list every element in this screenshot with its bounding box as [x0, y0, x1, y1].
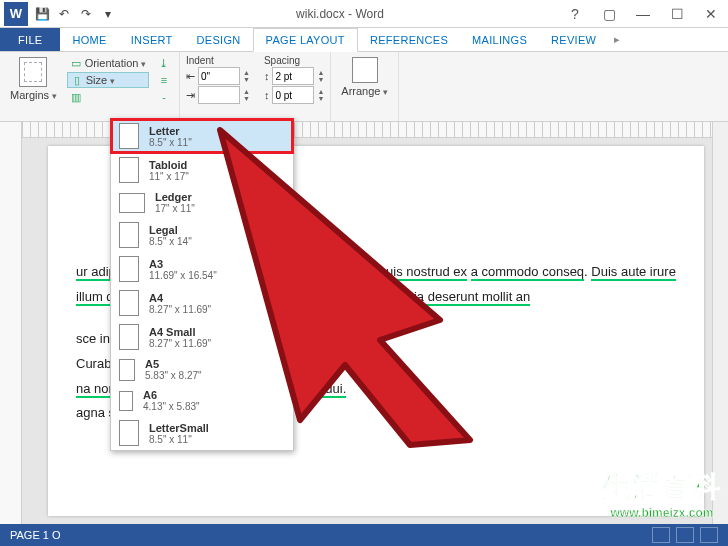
quick-access-toolbar: W 💾 ↶ ↷ ▾ [0, 2, 122, 26]
word-logo-icon: W [4, 2, 28, 26]
spacing-after-icon: ↕ [264, 89, 270, 101]
titlebar: W 💾 ↶ ↷ ▾ wiki.docx - Word ? ▢ — ☐ ✕ [0, 0, 728, 28]
size-name: Ledger [155, 191, 195, 203]
indent-right-icon: ⇥ [186, 89, 195, 102]
page-size-icon [119, 290, 139, 316]
hyphenation-icon: - [158, 91, 170, 103]
watermark-url: www.bimeizx.com [602, 506, 722, 520]
arrange-icon [352, 57, 378, 83]
spinner-icon[interactable]: ▲▼ [317, 69, 324, 83]
tab-home[interactable]: HOME [60, 28, 118, 51]
view-web-layout-icon[interactable] [700, 527, 718, 543]
size-option-a4[interactable]: A48.27" x 11.69" [111, 286, 293, 320]
size-button[interactable]: ▯Size [67, 72, 149, 88]
orientation-icon: ▭ [70, 57, 82, 69]
page-size-icon [119, 391, 133, 411]
watermark: 生活百科 www.bimeizx.com [602, 468, 722, 520]
ribbon-display-button[interactable]: ▢ [592, 0, 626, 28]
spacing-before-input[interactable] [272, 67, 314, 85]
indent-left-icon: ⇤ [186, 70, 195, 83]
save-icon[interactable]: 💾 [32, 4, 52, 24]
page-size-icon [119, 193, 145, 213]
margins-label: Margins [10, 89, 57, 101]
page-size-icon [119, 157, 139, 183]
vertical-ruler[interactable] [0, 122, 22, 524]
spinner-icon[interactable]: ▲▼ [243, 88, 250, 102]
line-numbers-button[interactable]: ≡ [155, 72, 173, 88]
size-icon: ▯ [71, 74, 83, 86]
spinner-icon[interactable]: ▲▼ [243, 69, 250, 83]
size-dim: 8.27" x 11.69" [149, 304, 211, 315]
columns-button[interactable]: ▥ [67, 89, 149, 105]
spacing-before[interactable]: ↕▲▼ [264, 67, 324, 85]
vertical-scrollbar[interactable] [712, 122, 728, 524]
page-size-icon [119, 222, 139, 248]
margins-button[interactable]: Margins [6, 55, 61, 107]
size-dropdown-menu: Letter8.5" x 11" Tabloid11" x 17" Ledger… [110, 118, 294, 451]
undo-icon[interactable]: ↶ [54, 4, 74, 24]
view-read-mode-icon[interactable] [652, 527, 670, 543]
doc-text: t in culpa qui officia deserunt mollit a… [314, 289, 531, 306]
size-option-lettersmall[interactable]: LetterSmall8.5" x 11" [111, 416, 293, 450]
help-button[interactable]: ? [558, 0, 592, 28]
size-dim: 8.5" x 11" [149, 434, 209, 445]
close-button[interactable]: ✕ [694, 0, 728, 28]
minimize-button[interactable]: — [626, 0, 660, 28]
view-print-layout-icon[interactable] [676, 527, 694, 543]
tab-review[interactable]: REVIEW [539, 28, 608, 51]
spacing-after-input[interactable] [272, 86, 314, 104]
size-name: Legal [149, 224, 192, 236]
tab-mailings[interactable]: MAILINGS [460, 28, 539, 51]
size-option-tabloid[interactable]: Tabloid11" x 17" [111, 153, 293, 187]
tab-page-layout[interactable]: PAGE LAYOUT [253, 28, 358, 52]
indent-right-input[interactable] [198, 86, 240, 104]
arrange-label: Arrange [341, 85, 388, 97]
size-dim: 11" x 17" [149, 171, 189, 182]
doc-text: a commodo conseq [471, 264, 584, 281]
breaks-button[interactable]: ⤓ [155, 55, 173, 71]
indent-left-input[interactable] [198, 67, 240, 85]
tab-file[interactable]: FILE [0, 28, 60, 51]
ribbon-tabs: FILE HOME INSERT DESIGN PAGE LAYOUT REFE… [0, 28, 728, 52]
maximize-button[interactable]: ☐ [660, 0, 694, 28]
indent-right[interactable]: ⇥▲▼ [186, 86, 250, 104]
spacing-after[interactable]: ↕▲▼ [264, 86, 324, 104]
size-dim: 4.13" x 5.83" [143, 401, 200, 412]
redo-icon[interactable]: ↷ [76, 4, 96, 24]
qat-customize-icon[interactable]: ▾ [98, 4, 118, 24]
size-dim: 11.69" x 16.54" [149, 270, 217, 281]
tab-references[interactable]: REFERENCES [358, 28, 460, 51]
spinner-icon[interactable]: ▲▼ [317, 88, 324, 102]
doc-text: Duis aute irure [591, 264, 676, 281]
tab-scroll-icon[interactable]: ▸ [608, 28, 626, 51]
page-size-icon [119, 256, 139, 282]
margins-icon [19, 57, 47, 87]
size-option-a4-small[interactable]: A4 Small8.27" x 11.69" [111, 320, 293, 354]
size-name: A4 [149, 292, 211, 304]
page-indicator[interactable]: PAGE 1 O [10, 529, 61, 541]
line-numbers-icon: ≡ [158, 74, 170, 86]
hyphenation-button[interactable]: - [155, 89, 173, 105]
size-option-a3[interactable]: A311.69" x 16.54" [111, 252, 293, 286]
size-option-a6[interactable]: A64.13" x 5.83" [111, 385, 293, 416]
size-option-letter[interactable]: Letter8.5" x 11" [111, 119, 293, 153]
tab-insert[interactable]: INSERT [119, 28, 185, 51]
orientation-label: Orientation [85, 57, 146, 69]
group-paragraph: Indent ⇤▲▼ ⇥▲▼ Spacing ↕▲▼ ↕▲▼ [180, 52, 331, 121]
orientation-button[interactable]: ▭Orientation [67, 55, 149, 71]
size-dim: 5.83" x 8.27" [145, 370, 202, 381]
size-option-legal[interactable]: Legal8.5" x 14" [111, 218, 293, 252]
indent-left[interactable]: ⇤▲▼ [186, 67, 250, 85]
size-option-ledger[interactable]: Ledger17" x 11" [111, 187, 293, 218]
size-option-a5[interactable]: A55.83" x 8.27" [111, 354, 293, 385]
size-dim: 17" x 11" [155, 203, 195, 214]
watermark-text-cn: 生活百科 [602, 468, 722, 506]
size-name: A3 [149, 258, 217, 270]
group-page-setup: Margins ▭Orientation ▯Size ▥ ⤓ ≡ - [0, 52, 180, 121]
tab-design[interactable]: DESIGN [185, 28, 253, 51]
size-name: Letter [149, 125, 192, 137]
size-name: LetterSmall [149, 422, 209, 434]
arrange-button[interactable]: Arrange [337, 55, 392, 99]
spacing-heading: Spacing [264, 55, 324, 66]
page-size-icon [119, 123, 139, 149]
